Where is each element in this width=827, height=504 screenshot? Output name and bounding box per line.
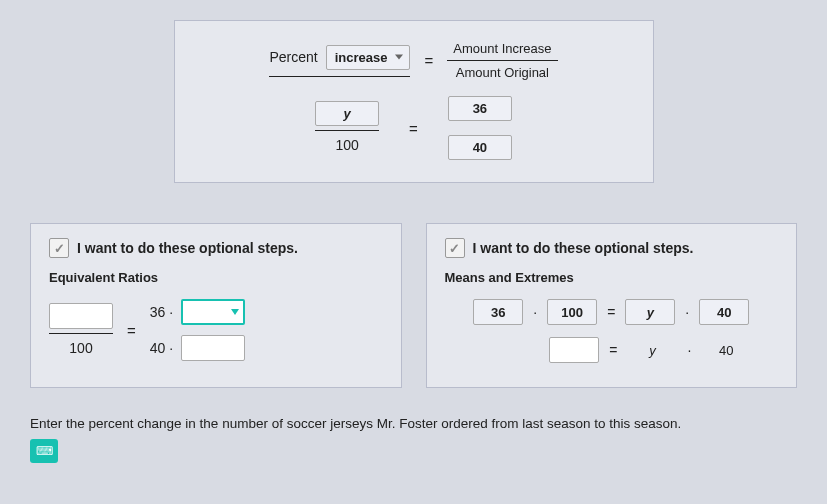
equivalent-ratios-title: Equivalent Ratios — [49, 270, 383, 285]
optional-label: I want to do these optional steps. — [473, 240, 694, 256]
amount-original-label: Amount Original — [450, 63, 555, 82]
equals-sign: = — [609, 342, 617, 358]
optional-header-right: ✓ I want to do these optional steps. — [445, 238, 779, 258]
keypad-button[interactable]: ⌨ — [30, 439, 58, 463]
er-top-prefix: 36 · — [150, 304, 173, 320]
optional-panels-row: ✓ I want to do these optional steps. Equ… — [30, 223, 797, 388]
equivalent-ratios-panel: ✓ I want to do these optional steps. Equ… — [30, 223, 402, 388]
me-d2: 40 — [701, 337, 751, 363]
equivalent-ratios-content: 100 = 36 · 40 · — [49, 299, 383, 361]
numerator-box[interactable]: 36 — [448, 96, 512, 121]
percent-lhs: Percent increase — [269, 45, 410, 77]
amount-fraction: Amount Increase Amount Original — [447, 39, 557, 82]
equals-sign: = — [127, 322, 136, 339]
me-spacer — [471, 337, 521, 363]
me-d[interactable]: 40 — [699, 299, 749, 325]
means-extremes-content: 36 · 100 = y · 40 = y · 40 — [445, 299, 779, 363]
er-bot-input[interactable] — [181, 335, 245, 361]
dot: · — [533, 304, 537, 320]
me-row-1: 36 · 100 = y · 40 — [445, 299, 779, 325]
question-text: Enter the percent change in the number o… — [30, 416, 797, 431]
er-numerator-input[interactable] — [49, 303, 113, 329]
equals-sign: = — [409, 120, 418, 137]
means-extremes-panel: ✓ I want to do these optional steps. Mea… — [426, 223, 798, 388]
question-row: Enter the percent change in the number o… — [30, 416, 797, 463]
rhs-fraction: 36 40 — [448, 96, 512, 160]
me-c2: y — [627, 337, 677, 363]
checkbox-left[interactable]: ✓ — [49, 238, 69, 258]
er-top-row: 36 · — [150, 299, 245, 325]
me-b[interactable]: 100 — [547, 299, 597, 325]
denominator-box[interactable]: 40 — [448, 135, 512, 160]
variable-y-box[interactable]: y — [315, 101, 379, 126]
percent-label: Percent — [269, 49, 317, 65]
checkbox-right[interactable]: ✓ — [445, 238, 465, 258]
me-c[interactable]: y — [625, 299, 675, 325]
er-bot-prefix: 40 · — [150, 340, 173, 356]
amount-increase-label: Amount Increase — [447, 39, 557, 58]
me-a[interactable]: 36 — [473, 299, 523, 325]
change-type-select[interactable]: increase — [326, 45, 411, 70]
me-row-2: = y · 40 — [445, 337, 779, 363]
optional-header-left: ✓ I want to do these optional steps. — [49, 238, 383, 258]
lhs-denom: 100 — [315, 135, 379, 155]
fraction-line — [447, 60, 557, 61]
lhs-fraction: y 100 — [315, 101, 379, 155]
fraction-line — [49, 333, 113, 334]
fraction-line — [315, 130, 379, 131]
er-rhs-fraction: 36 · 40 · — [150, 299, 245, 361]
er-lhs-fraction: 100 — [49, 303, 113, 358]
keypad-icon: ⌨ — [36, 444, 53, 458]
dot: · — [685, 304, 689, 320]
er-bot-row: 40 · — [150, 335, 245, 361]
er-top-select[interactable] — [181, 299, 245, 325]
formula-values-row: y 100 = 36 40 — [203, 96, 625, 160]
er-denom: 100 — [49, 338, 113, 358]
optional-label: I want to do these optional steps. — [77, 240, 298, 256]
formula-definition-row: Percent increase = Amount Increase Amoun… — [203, 39, 625, 82]
formula-panel: Percent increase = Amount Increase Amoun… — [174, 20, 654, 183]
equals-sign: = — [607, 304, 615, 320]
equals-sign: = — [424, 52, 433, 69]
dot: · — [687, 342, 691, 358]
means-extremes-title: Means and Extremes — [445, 270, 779, 285]
me-product-input[interactable] — [549, 337, 599, 363]
